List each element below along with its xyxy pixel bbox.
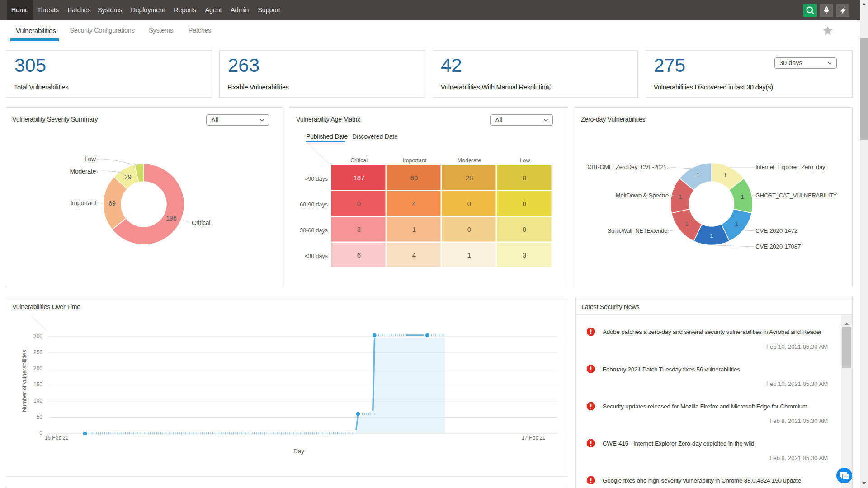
- svg-text:8: 8: [523, 174, 526, 182]
- svg-text:February 2021 Patch Tuesday fi: February 2021 Patch Tuesday fixes 56 vul…: [603, 366, 740, 373]
- svg-text:1: 1: [741, 193, 745, 200]
- svg-text:16 Feb'21: 16 Feb'21: [45, 435, 69, 441]
- svg-text:Feb 8, 2021 05:30 AM: Feb 8, 2021 05:30 AM: [769, 455, 828, 461]
- svg-text:SonicWall_NETExtender: SonicWall_NETExtender: [608, 227, 670, 234]
- svg-text:0: 0: [357, 200, 361, 207]
- svg-text:Low: Low: [520, 157, 531, 164]
- svg-text:0: 0: [467, 225, 471, 233]
- svg-text:Important: Important: [71, 199, 97, 206]
- svg-text:150: 150: [33, 381, 42, 388]
- svg-text:3: 3: [357, 225, 361, 233]
- svg-text:187: 187: [353, 174, 364, 182]
- svg-text:196: 196: [166, 215, 177, 222]
- svg-text:4: 4: [412, 251, 416, 259]
- svg-text:Security updates released for: Security updates released for Mozilla Fi…: [603, 403, 807, 410]
- svg-text:0: 0: [467, 200, 471, 207]
- svg-text:4: 4: [412, 200, 416, 207]
- svg-text:Critical: Critical: [192, 219, 210, 226]
- svg-text:Google fixes one high-severity: Google fixes one high-severity vulnerabi…: [603, 477, 801, 484]
- svg-text:0: 0: [39, 430, 42, 436]
- svg-text:Feb 10, 2021 05:30 AM: Feb 10, 2021 05:30 AM: [766, 380, 828, 387]
- svg-text:1: 1: [696, 172, 700, 178]
- svg-text:Feb 8, 2021 05:30 AM: Feb 8, 2021 05:30 AM: [769, 418, 828, 424]
- svg-text:50: 50: [37, 414, 43, 420]
- svg-text:Moderate: Moderate: [458, 157, 481, 164]
- svg-text:1: 1: [467, 251, 471, 259]
- svg-text:GHOST_CAT_VULNERABILITY: GHOST_CAT_VULNERABILITY: [755, 192, 837, 199]
- svg-text:100: 100: [33, 398, 42, 404]
- svg-text:<30 days: <30 days: [305, 253, 328, 259]
- svg-text:1: 1: [679, 193, 683, 200]
- svg-text:CVE-2020-17087: CVE-2020-17087: [755, 243, 801, 250]
- svg-text:17 Feb'21: 17 Feb'21: [522, 435, 546, 441]
- svg-text:60: 60: [410, 174, 418, 182]
- svg-text:1: 1: [735, 221, 738, 227]
- svg-text:69: 69: [108, 200, 116, 207]
- svg-text:>90 days: >90 days: [305, 176, 328, 182]
- svg-text:Number of vulnerabilities: Number of vulnerabilities: [21, 350, 28, 412]
- svg-text:0: 0: [523, 200, 526, 207]
- svg-text:250: 250: [33, 349, 42, 356]
- svg-text:1: 1: [412, 225, 416, 233]
- svg-text:MeltDown & Spectre: MeltDown & Spectre: [615, 192, 669, 199]
- svg-text:Day: Day: [293, 448, 304, 455]
- svg-text:CWE-415 - Internet Explorer Ze: CWE-415 - Internet Explorer Zero-day exp…: [603, 440, 754, 447]
- svg-text:CHROME_ZeroDay_CVE-2021..: CHROME_ZeroDay_CVE-2021..: [587, 164, 670, 170]
- svg-text:60-90 days: 60-90 days: [300, 202, 328, 208]
- svg-text:Internet_Explorer_Zero_day: Internet_Explorer_Zero_day: [755, 164, 826, 170]
- svg-text:Adobe patches a zero-day and s: Adobe patches a zero-day and several sec…: [603, 328, 822, 335]
- svg-text:200: 200: [33, 365, 42, 371]
- svg-text:0: 0: [523, 225, 526, 233]
- svg-text:Low: Low: [85, 155, 96, 163]
- svg-text:1: 1: [685, 221, 689, 227]
- svg-text:3: 3: [523, 251, 526, 259]
- svg-text:28: 28: [466, 174, 473, 182]
- svg-text:Important: Important: [403, 157, 427, 164]
- svg-text:CVE-2020-1472: CVE-2020-1472: [755, 227, 797, 234]
- svg-text:Moderate: Moderate: [70, 168, 96, 175]
- svg-text:1: 1: [710, 232, 713, 239]
- svg-text:1: 1: [724, 172, 727, 178]
- svg-text:29: 29: [124, 174, 132, 181]
- svg-text:300: 300: [33, 333, 42, 339]
- svg-text:6: 6: [357, 251, 361, 259]
- svg-text:30-60 days: 30-60 days: [300, 227, 328, 234]
- svg-text:Feb 10, 2021 05:30 AM: Feb 10, 2021 05:30 AM: [766, 343, 828, 350]
- svg-text:Critical: Critical: [350, 157, 368, 164]
